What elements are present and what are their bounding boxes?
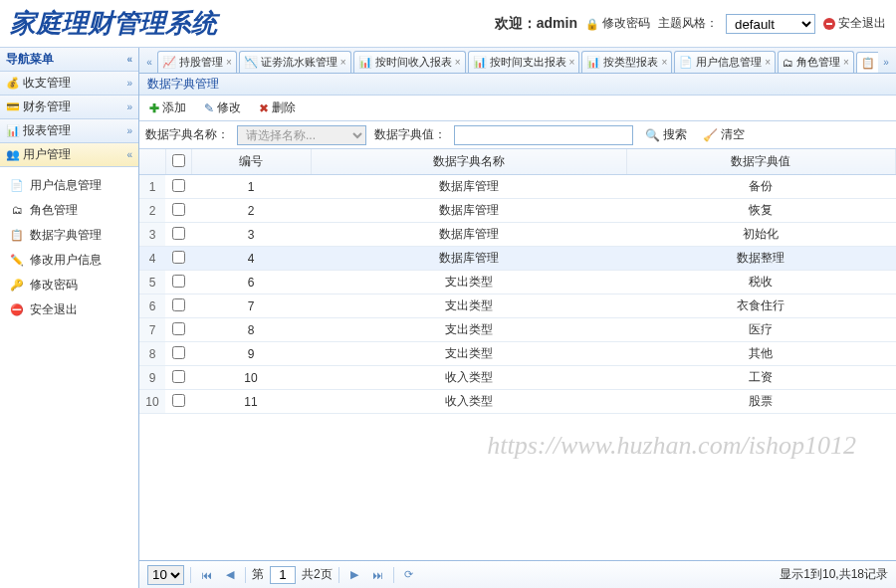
table-row[interactable]: 1 1 数据库管理 备份 [139,175,896,199]
delete-icon: ✖ [259,101,269,115]
total-pages-label: 共2页 [302,566,333,583]
tab-close-icon[interactable]: × [765,57,771,68]
tab-4[interactable]: 📊按类型报表× [581,51,672,73]
search-icon: 🔍 [645,128,660,142]
sidebar-header: 导航菜单 « [0,48,138,72]
chevron-icon: » [126,125,132,136]
edit-button[interactable]: ✎修改 [200,98,245,118]
tab-3[interactable]: 📊按时间支出报表× [468,51,580,73]
refresh-button[interactable]: ⟳ [400,566,418,584]
sidebar-panel-2[interactable]: 📊 报表管理» [0,119,138,143]
next-page-button[interactable]: ▶ [345,566,363,584]
sidebar-panel-3[interactable]: 👥 用户管理« [0,143,138,167]
table-row[interactable]: 4 4 数据库管理 数据整理 [139,247,896,271]
app-logo: 家庭理财管理系统 [10,6,217,41]
sidebar-panel-0[interactable]: 💰 收支管理» [0,72,138,96]
panel-title: 数据字典管理 [139,74,896,96]
table-row[interactable]: 9 10 收入类型 工资 [139,366,896,390]
edit-icon: ✎ [204,101,214,115]
tab-close-icon[interactable]: × [569,57,575,68]
filter-name-select[interactable]: 请选择名称... [237,125,366,145]
tab-icon: 🗂 [783,57,793,69]
tab-scroll-left[interactable]: « [141,51,157,73]
item-icon: 🗂 [10,204,24,218]
table-row[interactable]: 8 9 支出类型 其他 [139,342,896,366]
change-password-link[interactable]: 修改密码 [585,15,650,32]
pager-info: 显示1到10,共18记录 [780,566,888,583]
last-page-button[interactable]: ⏭ [369,566,387,584]
theme-label: 主题风格： [658,15,718,32]
row-checkbox[interactable] [172,394,185,407]
sidebar-item-4[interactable]: 🔑修改密码 [0,273,138,297]
tab-1[interactable]: 📉证劵流水账管理× [239,51,351,73]
row-checkbox[interactable] [172,370,185,383]
watermark: https://www.huzhan.com/ishop1012 [487,431,856,461]
table-header: 编号 数据字典名称 数据字典值 [139,149,896,175]
brush-icon: 🧹 [703,128,718,142]
tab-close-icon[interactable]: × [455,57,461,68]
row-checkbox[interactable] [172,322,185,335]
tab-2[interactable]: 📊按时间收入报表× [353,51,466,73]
add-icon: ✚ [149,101,159,115]
panel-icon: 👥 [6,148,20,162]
table-row[interactable]: 10 11 收入类型 股票 [139,390,896,414]
sidebar-item-1[interactable]: 🗂角色管理 [0,198,138,223]
sidebar-item-5[interactable]: ⛔安全退出 [0,297,138,322]
row-checkbox[interactable] [172,251,185,264]
tab-scroll-right[interactable]: » [878,51,894,73]
page-input[interactable] [270,566,296,584]
table-row[interactable]: 5 6 支出类型 税收 [139,271,896,294]
theme-select[interactable]: default [726,14,815,34]
row-checkbox[interactable] [172,203,185,216]
item-icon: 🔑 [10,279,24,293]
sidebar-item-3[interactable]: ✏️修改用户信息 [0,248,138,273]
row-checkbox[interactable] [172,346,185,359]
tab-close-icon[interactable]: × [661,57,667,68]
tab-close-icon[interactable]: × [226,57,232,68]
tab-close-icon[interactable]: × [843,57,849,68]
stop-icon [823,18,835,30]
tab-icon: 📋 [861,57,875,70]
table-row[interactable]: 7 8 支出类型 医疗 [139,318,896,342]
tab-icon: 📄 [679,56,693,69]
row-checkbox[interactable] [172,227,185,240]
row-checkbox[interactable] [172,179,185,192]
page-size-select[interactable]: 10 [147,565,184,585]
row-checkbox[interactable] [172,275,185,288]
table-row[interactable]: 6 7 支出类型 衣食住行 [139,294,896,318]
tab-icon: 📊 [586,56,600,69]
add-button[interactable]: ✚添加 [145,98,190,118]
first-page-button[interactable]: ⏮ [197,566,215,584]
tab-close-icon[interactable]: × [340,57,346,68]
clear-button[interactable]: 🧹清空 [699,124,749,145]
tab-0[interactable]: 📈持股管理× [157,51,237,73]
filter-value-input[interactable] [454,125,633,145]
sidebar-item-2[interactable]: 📋数据字典管理 [0,223,138,248]
tab-icon: 📉 [244,56,258,69]
sidebar-collapse-icon[interactable]: « [126,54,132,65]
panel-icon: 💳 [6,100,20,114]
prev-page-button[interactable]: ◀ [221,566,239,584]
lock-icon [585,17,599,31]
filter-value-label: 数据字典值： [374,126,446,143]
item-icon: ✏️ [10,254,24,268]
table-row[interactable]: 3 3 数据库管理 初始化 [139,223,896,247]
tab-7[interactable]: 📋数据字典管理× [856,52,878,73]
panel-icon: 📊 [6,124,20,138]
tab-6[interactable]: 🗂角色管理× [778,51,854,73]
delete-button[interactable]: ✖删除 [255,98,300,118]
tab-5[interactable]: 📄用户信息管理× [674,51,776,73]
item-icon: 📄 [10,179,24,193]
search-button[interactable]: 🔍搜索 [641,124,691,145]
tab-icon: 📈 [162,56,176,69]
row-checkbox[interactable] [172,298,185,311]
item-icon: ⛔ [10,303,24,317]
tab-icon: 📊 [473,56,487,69]
sidebar-item-0[interactable]: 📄用户信息管理 [0,173,138,198]
table-row[interactable]: 2 2 数据库管理 恢复 [139,199,896,223]
sidebar-panel-1[interactable]: 💳 财务管理» [0,96,138,119]
logout-link[interactable]: 安全退出 [823,15,886,32]
chevron-icon: » [126,78,132,89]
select-all-checkbox[interactable] [172,154,185,167]
filter-name-label: 数据字典名称： [145,126,229,143]
